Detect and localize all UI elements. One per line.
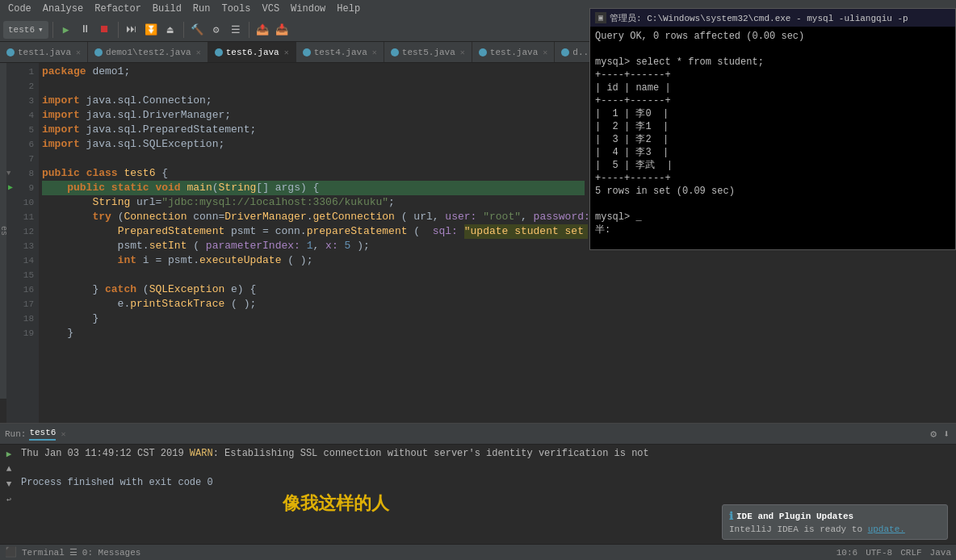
tab-label-test1: test1.java (18, 48, 71, 57)
tab-label-test2: demo1\test2.java (106, 48, 191, 57)
tab-test[interactable]: test.java ✕ (472, 42, 555, 63)
tab-icon-test6 (215, 48, 223, 56)
code-line-14: int i = psmt.executeUpdate ( ); (42, 253, 585, 268)
run-down-button[interactable]: ▼ (2, 477, 16, 491)
notification-update-link[interactable]: update. (868, 524, 905, 534)
code-line-19: } (42, 326, 585, 341)
code-content[interactable]: package demo1; import java.sql.Connectio… (39, 63, 588, 423)
tab-test6[interactable]: test6.java ✕ (208, 42, 296, 63)
menu-analyse[interactable]: Analyse (38, 2, 88, 16)
step-out-button[interactable]: ⏏ (161, 21, 179, 39)
tab-test1[interactable]: test1.java ✕ (0, 42, 88, 63)
run-button[interactable]: ▶ (57, 21, 75, 39)
settings-button[interactable]: ⚙ (208, 21, 225, 39)
line-num-1: 1 (6, 65, 39, 79)
toolbar-separator-3 (183, 22, 184, 38)
tab-close-test4[interactable]: ✕ (372, 48, 377, 57)
run-wrap-button[interactable]: ↩ (2, 492, 16, 507)
cmd-titlebar: ▣ 管理员: C:\Windows\system32\cmd.exe - mys… (590, 9, 955, 27)
line-num-10: 10 (6, 195, 39, 210)
tab-close-test5[interactable]: ✕ (460, 48, 465, 57)
tab-close-test6[interactable]: ✕ (284, 48, 289, 57)
line-num-8: ▼8 (6, 166, 39, 181)
tab-test2[interactable]: demo1\test2.java ✕ (88, 42, 208, 63)
cmd-content: Query OK, 0 rows affected (0.00 sec) mys… (590, 27, 955, 249)
download-icon[interactable]: ⬇ (941, 428, 951, 441)
cmd-line-5: | id | name | (595, 81, 950, 94)
menu-tools[interactable]: Tools (216, 2, 255, 16)
step-over-button[interactable]: ⏭ (123, 21, 140, 39)
menu-vcs[interactable]: VCS (257, 2, 284, 16)
cmd-line-14 (595, 198, 950, 211)
chevron-down-icon: ▾ (38, 24, 44, 35)
tab-test4[interactable]: test4.java ✕ (296, 42, 384, 63)
tab-test5[interactable]: test5.java ✕ (384, 42, 472, 63)
run-panel-tab-name[interactable]: test6 (29, 428, 56, 441)
toolbar-separator-4 (249, 22, 249, 38)
tab-icon-test1 (6, 48, 15, 56)
cmd-line-2 (595, 43, 950, 56)
more-button[interactable]: ☰ (227, 21, 245, 39)
cmd-line-1: Query OK, 0 rows affected (0.00 sec) (595, 30, 950, 43)
run-tab-close[interactable]: ✕ (61, 429, 65, 439)
cmd-line-15: mysql> _ (595, 211, 950, 224)
pause-button[interactable]: ⏸ (77, 21, 94, 39)
toolbar-separator-1 (52, 22, 53, 38)
code-line-8: public class test6 { (42, 166, 585, 181)
code-line-17: e.printStackTrace ( ); (42, 297, 585, 311)
notification-title-text: IDE and Plugin Updates (736, 512, 853, 521)
cmd-line-9: | 3 | 李2 | (595, 133, 950, 146)
line-num-14: 14 (6, 253, 39, 268)
run-panel-header: Run: test6 ✕ ⚙ ⬇ (0, 424, 956, 445)
debug-arrow-9: ▶ (8, 181, 13, 195)
statusbar-terminal-label: Terminal (22, 548, 65, 558)
cmd-line-11: | 5 | 李武 | (595, 159, 950, 172)
run-empty-line (21, 461, 953, 475)
fold-icon-8[interactable]: ▼ (6, 166, 10, 181)
stop-button[interactable]: ⏹ (96, 21, 114, 39)
menu-build[interactable]: Build (148, 2, 187, 16)
tab-close-test2[interactable]: ✕ (196, 48, 201, 57)
code-line-4: import java.sql.DriverManager; (42, 108, 585, 123)
tab-icon-test2 (94, 48, 103, 56)
code-line-6: import java.sql.SQLException; (42, 137, 585, 152)
tab-icon-test4 (303, 48, 311, 56)
code-line-10: String url="jdbc:mysql://localhost:3306/… (42, 195, 585, 210)
code-line-3: import java.sql.Connection; (42, 94, 585, 108)
cmd-icon: ▣ (595, 12, 606, 23)
menu-window[interactable]: Window (286, 2, 330, 16)
toolbar-separator-2 (118, 22, 119, 38)
menu-refactor[interactable]: Refactor (90, 2, 146, 16)
menu-code[interactable]: Code (3, 2, 36, 16)
line-num-9: ▶9 (6, 181, 39, 195)
gear-icon[interactable]: ⚙ (929, 428, 938, 441)
project-panel: es (0, 63, 6, 399)
build-button[interactable]: 🔨 (188, 21, 206, 39)
line-num-12: 12 (6, 224, 39, 239)
terminal-icon: ⬛ (5, 546, 17, 558)
run-panel-settings: ⚙ ⬇ (929, 428, 951, 441)
editor-area[interactable]: 1 2 3 4 5 6 7 ▼8 ▶9 10 11 12 13 14 15 16… (6, 63, 588, 423)
run-play-button[interactable]: ▶ (2, 446, 16, 461)
menu-help[interactable]: Help (332, 2, 365, 16)
line-num-19: 19 (6, 326, 39, 341)
tab-close-test1[interactable]: ✕ (76, 48, 81, 57)
line-num-7: 7 (6, 152, 39, 166)
run-up-button[interactable]: ▲ (2, 462, 16, 476)
line-num-4: 4 (6, 108, 39, 123)
code-line-18: } (42, 311, 585, 326)
tab-label-test: test.java (490, 48, 538, 57)
run-warn-line: Thu Jan 03 11:49:12 CST 2019 WARN: Estab… (21, 446, 953, 461)
cmd-line-8: | 2 | 李1 | (595, 120, 950, 133)
menu-run[interactable]: Run (188, 2, 216, 16)
rollback-button[interactable]: 📥 (273, 21, 291, 39)
line-num-16: 16 (6, 282, 39, 297)
run-success-line: Process finished with exit code 0 (21, 475, 953, 490)
step-into-button[interactable]: ⏬ (142, 21, 160, 39)
code-line-11: try (Connection conn=DriverManager.getCo… (42, 210, 585, 224)
tab-close-test[interactable]: ✕ (543, 48, 547, 57)
line-num-11: 11 (6, 210, 39, 224)
project-selector[interactable]: test6 ▾ (3, 21, 48, 39)
cmd-line-16: 半: (595, 224, 950, 236)
deploy-button[interactable]: 📤 (254, 21, 271, 39)
